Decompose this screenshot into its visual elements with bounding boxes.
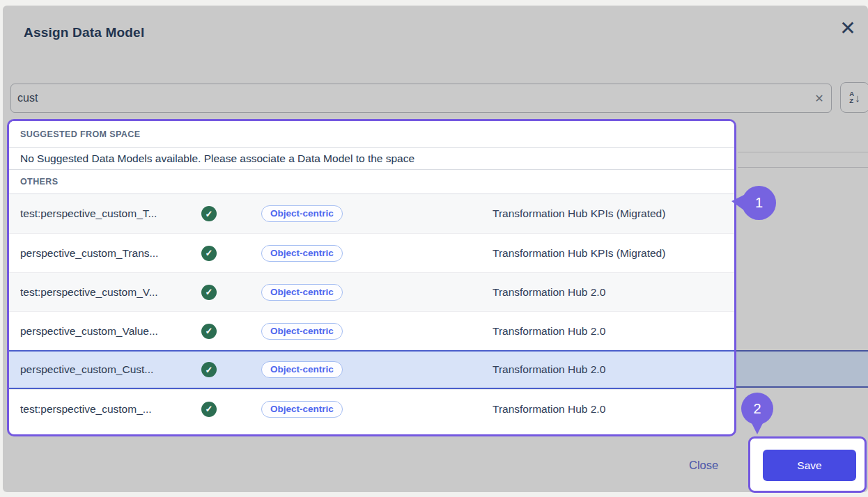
save-button[interactable]: Save <box>763 450 856 481</box>
suggested-section-header: SUGGESTED FROM SPACE <box>9 121 734 148</box>
type-cell: Object-centric <box>261 323 493 340</box>
check-icon: ✓ <box>206 210 213 219</box>
close-icon[interactable]: ✕ <box>834 14 862 42</box>
check-icon: ✓ <box>206 248 213 258</box>
data-model-row[interactable]: perspective_custom_Trans... ✓ Object-cen… <box>9 233 734 272</box>
modal-title: Assign Data Model <box>24 25 144 40</box>
status-cell: ✓ <box>201 402 261 417</box>
sort-arrow-icon: ↓ <box>855 93 860 103</box>
search-input[interactable] <box>10 84 832 113</box>
data-model-description: Transformation Hub KPIs (Migrated) <box>493 247 734 260</box>
data-model-row[interactable]: test:perspective_custom_T... ✓ Object-ce… <box>9 194 734 233</box>
dimmed-separator-line <box>738 167 868 168</box>
object-centric-badge: Object-centric <box>261 284 343 301</box>
check-circle-icon: ✓ <box>201 285 217 300</box>
data-model-description: Transformation Hub 2.0 <box>493 286 734 299</box>
sort-az-icon: AZ <box>849 90 854 104</box>
dimmed-separator-line <box>738 152 868 152</box>
selected-row-dimmed-extension <box>736 350 868 388</box>
data-model-dropdown-panel: SUGGESTED FROM SPACE No Suggested Data M… <box>7 119 736 436</box>
status-cell: ✓ <box>201 206 261 221</box>
data-model-description: Transformation Hub 2.0 <box>493 325 734 338</box>
step-1-badge: 1 <box>742 186 776 220</box>
data-model-name: test:perspective_custom_T... <box>20 207 201 220</box>
object-centric-badge: Object-centric <box>261 401 343 418</box>
data-model-name: test:perspective_custom_V... <box>20 286 201 299</box>
check-circle-icon: ✓ <box>201 206 217 221</box>
type-cell: Object-centric <box>261 361 493 378</box>
check-circle-icon: ✓ <box>201 246 217 261</box>
data-model-row[interactable]: perspective_custom_Cust... ✓ Object-cent… <box>9 350 734 389</box>
check-icon: ✓ <box>206 404 213 413</box>
status-cell: ✓ <box>201 285 261 300</box>
assign-data-model-screen: { "window": { "title": "Assign Data Mode… <box>0 0 868 497</box>
save-highlight-box: Save <box>748 436 867 493</box>
close-button[interactable]: Close <box>689 459 718 472</box>
data-model-name: perspective_custom_Value... <box>20 325 201 338</box>
data-model-description: Transformation Hub KPIs (Migrated) <box>493 207 734 220</box>
status-cell: ✓ <box>201 362 261 377</box>
object-centric-badge: Object-centric <box>261 245 343 262</box>
type-cell: Object-centric <box>261 401 493 418</box>
check-icon: ✓ <box>206 326 213 336</box>
clear-search-icon[interactable]: ✕ <box>807 84 831 113</box>
suggested-empty-message: No Suggested Data Models available. Plea… <box>9 148 734 170</box>
type-cell: Object-centric <box>261 205 493 222</box>
check-icon: ✓ <box>206 287 213 297</box>
data-model-row[interactable]: test:perspective_custom_V... ✓ Object-ce… <box>9 272 734 311</box>
check-icon: ✓ <box>206 365 213 374</box>
check-circle-icon: ✓ <box>201 402 217 417</box>
data-model-name: perspective_custom_Cust... <box>20 363 201 376</box>
data-model-list: test:perspective_custom_T... ✓ Object-ce… <box>9 194 734 428</box>
data-model-description: Transformation Hub 2.0 <box>493 403 734 416</box>
check-circle-icon: ✓ <box>201 362 217 377</box>
object-centric-badge: Object-centric <box>261 323 343 340</box>
step-2-badge: 2 <box>741 393 773 425</box>
check-circle-icon: ✓ <box>201 324 217 339</box>
data-model-name: test:perspective_custom_... <box>20 403 201 416</box>
data-model-row[interactable]: perspective_custom_Value... ✓ Object-cen… <box>9 311 734 350</box>
data-model-name: perspective_custom_Trans... <box>20 247 201 260</box>
object-centric-badge: Object-centric <box>261 205 343 222</box>
others-section-header: OTHERS <box>9 170 734 194</box>
data-model-row[interactable]: test:perspective_custom_... ✓ Object-cen… <box>9 389 734 428</box>
data-model-description: Transformation Hub 2.0 <box>493 363 734 376</box>
assign-data-model-modal: Assign Data Model ✕ ✕ AZ ↓ SUGGESTED FRO… <box>3 6 868 492</box>
object-centric-badge: Object-centric <box>261 361 343 378</box>
type-cell: Object-centric <box>261 245 493 262</box>
sort-button[interactable]: AZ ↓ <box>840 82 868 113</box>
status-cell: ✓ <box>201 324 261 339</box>
type-cell: Object-centric <box>261 284 493 301</box>
status-cell: ✓ <box>201 246 261 261</box>
